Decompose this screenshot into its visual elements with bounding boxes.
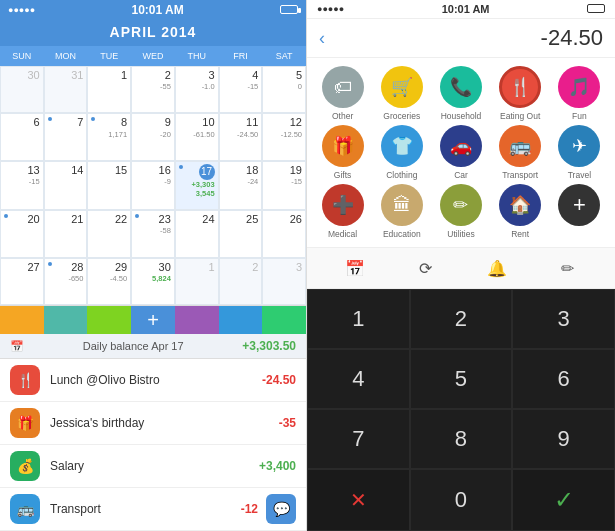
cat-household-label: Household bbox=[441, 111, 482, 121]
cal-cell-1b[interactable]: 1 bbox=[175, 258, 219, 305]
cal-cell-12[interactable]: 12-12.50 bbox=[262, 113, 306, 160]
cal-cell-16[interactable]: 16-9 bbox=[131, 161, 175, 210]
eat-icon: 🍴 bbox=[10, 365, 40, 395]
cat-education[interactable]: 🏛 Education bbox=[374, 184, 429, 239]
battery-icon bbox=[280, 4, 298, 16]
other-icon: 🏷 bbox=[322, 66, 364, 108]
chat-button[interactable]: 💬 bbox=[266, 494, 296, 524]
cal-cell-7[interactable]: 7 bbox=[44, 113, 88, 160]
numpad-9[interactable]: 9 bbox=[512, 409, 615, 469]
cal-cell-4[interactable]: 4-15 bbox=[219, 66, 263, 113]
day-sun: SUN bbox=[0, 49, 44, 63]
cat-travel-label: Travel bbox=[568, 170, 591, 180]
back-button[interactable]: ‹ bbox=[319, 28, 325, 49]
signal-icons: ●●●●● bbox=[8, 5, 35, 15]
cat-clothing[interactable]: 👕 Clothing bbox=[374, 125, 429, 180]
travel-icon: ✈ bbox=[558, 125, 600, 167]
cal-cell-30b[interactable]: 305,824 bbox=[131, 258, 175, 305]
transaction-2-label: Jessica's birthday bbox=[50, 416, 279, 430]
transaction-4[interactable]: 🚌 Transport -12 💬 bbox=[0, 488, 306, 531]
cat-eating-out[interactable]: 🍴 Eating Out bbox=[493, 66, 548, 121]
cal-cell-10[interactable]: 10-61.50 bbox=[175, 113, 219, 160]
cal-cell-3[interactable]: 3-1.0 bbox=[175, 66, 219, 113]
cat-fun[interactable]: 🎵 Fun bbox=[552, 66, 607, 121]
cal-cell-23[interactable]: 23-58 bbox=[131, 210, 175, 257]
day-tue: TUE bbox=[87, 49, 131, 63]
cal-cell-30a[interactable]: 30 bbox=[0, 66, 44, 113]
cal-cell-21[interactable]: 21 bbox=[44, 210, 88, 257]
calendar-toolbar-btn[interactable]: 📅 bbox=[341, 254, 369, 282]
cal-cell-9[interactable]: 9-20 bbox=[131, 113, 175, 160]
cat-gifts[interactable]: 🎁 Gifts bbox=[315, 125, 370, 180]
numpad-6[interactable]: 6 bbox=[512, 349, 615, 409]
right-panel: ●●●●● 10:01 AM ‹ -24.50 🏷 Other 🛒 Grocer… bbox=[307, 0, 615, 531]
cat-add[interactable]: + bbox=[552, 184, 607, 239]
numpad-3[interactable]: 3 bbox=[512, 289, 615, 349]
color-strips: + bbox=[0, 306, 306, 334]
cal-cell-17[interactable]: 17+3,3033,545 bbox=[175, 161, 219, 210]
numpad-5[interactable]: 5 bbox=[410, 349, 513, 409]
numpad-0[interactable]: 0 bbox=[410, 469, 513, 531]
transaction-2[interactable]: 🎁 Jessica's birthday -35 bbox=[0, 402, 306, 445]
cal-cell-28[interactable]: 28-650 bbox=[44, 258, 88, 305]
gifts-icon: 🎁 bbox=[322, 125, 364, 167]
numpad-confirm[interactable]: ✓ bbox=[512, 469, 615, 531]
cal-cell-8[interactable]: 81,171 bbox=[87, 113, 131, 160]
cal-cell-6[interactable]: 6 bbox=[0, 113, 44, 160]
repeat-toolbar-btn[interactable]: ⟳ bbox=[412, 254, 440, 282]
groceries-icon: 🛒 bbox=[381, 66, 423, 108]
left-time: 10:01 AM bbox=[131, 3, 183, 17]
cal-cell-2b[interactable]: 2 bbox=[219, 258, 263, 305]
cal-cell-22[interactable]: 22 bbox=[87, 210, 131, 257]
transaction-3[interactable]: 💰 Salary +3,400 bbox=[0, 445, 306, 488]
cat-rent[interactable]: 🏠 Rent bbox=[493, 184, 548, 239]
add-button[interactable]: + bbox=[131, 306, 175, 334]
cal-cell-20[interactable]: 20 bbox=[0, 210, 44, 257]
day-mon: MON bbox=[44, 49, 88, 63]
cat-medical-label: Medical bbox=[328, 229, 357, 239]
numpad-cancel[interactable]: ✕ bbox=[307, 469, 410, 531]
numpad-8[interactable]: 8 bbox=[410, 409, 513, 469]
cal-cell-11[interactable]: 11-24.50 bbox=[219, 113, 263, 160]
cal-cell-13[interactable]: 13-15 bbox=[0, 161, 44, 210]
right-battery-icon bbox=[587, 3, 605, 15]
cal-cell-29[interactable]: 29-4.50 bbox=[87, 258, 131, 305]
numpad-7[interactable]: 7 bbox=[307, 409, 410, 469]
cat-household[interactable]: 📞 Household bbox=[433, 66, 488, 121]
bell-toolbar-btn[interactable]: 🔔 bbox=[483, 254, 511, 282]
transaction-1-amount: -24.50 bbox=[262, 373, 296, 387]
cat-transport-label: Transport bbox=[502, 170, 538, 180]
cal-cell-18[interactable]: 18-24 bbox=[219, 161, 263, 210]
cal-cell-2[interactable]: 2-55 bbox=[131, 66, 175, 113]
numpad-1[interactable]: 1 bbox=[307, 289, 410, 349]
transaction-1[interactable]: 🍴 Lunch @Olivo Bistro -24.50 bbox=[0, 359, 306, 402]
cat-transport[interactable]: 🚌 Transport bbox=[493, 125, 548, 180]
cat-other[interactable]: 🏷 Other bbox=[315, 66, 370, 121]
edit-toolbar-btn[interactable]: ✏ bbox=[554, 254, 582, 282]
calendar-grid: 30 31 1 2-55 3-1.0 4-15 50 6 7 81,171 9-… bbox=[0, 66, 306, 306]
calendar-small-icon: 📅 bbox=[10, 340, 24, 353]
cat-groceries[interactable]: 🛒 Groceries bbox=[374, 66, 429, 121]
cat-car[interactable]: 🚗 Car bbox=[433, 125, 488, 180]
numpad-2[interactable]: 2 bbox=[410, 289, 513, 349]
cal-cell-14[interactable]: 14 bbox=[44, 161, 88, 210]
cat-travel[interactable]: ✈ Travel bbox=[552, 125, 607, 180]
cal-cell-5[interactable]: 50 bbox=[262, 66, 306, 113]
cal-cell-1[interactable]: 1 bbox=[87, 66, 131, 113]
cal-cell-19[interactable]: 19-15 bbox=[262, 161, 306, 210]
cal-cell-25[interactable]: 25 bbox=[219, 210, 263, 257]
strip-green bbox=[87, 306, 131, 334]
cal-cell-24[interactable]: 24 bbox=[175, 210, 219, 257]
cal-cell-27[interactable]: 27 bbox=[0, 258, 44, 305]
cat-medical[interactable]: ➕ Medical bbox=[315, 184, 370, 239]
add-cat-icon[interactable]: + bbox=[558, 184, 600, 226]
numpad-4[interactable]: 4 bbox=[307, 349, 410, 409]
education-icon: 🏛 bbox=[381, 184, 423, 226]
cal-cell-26[interactable]: 26 bbox=[262, 210, 306, 257]
cal-cell-15[interactable]: 15 bbox=[87, 161, 131, 210]
utilities-icon: ✏ bbox=[440, 184, 482, 226]
cal-cell-3b[interactable]: 3 bbox=[262, 258, 306, 305]
cat-gifts-label: Gifts bbox=[334, 170, 351, 180]
cal-cell-31a[interactable]: 31 bbox=[44, 66, 88, 113]
cat-utilities[interactable]: ✏ Utilities bbox=[433, 184, 488, 239]
